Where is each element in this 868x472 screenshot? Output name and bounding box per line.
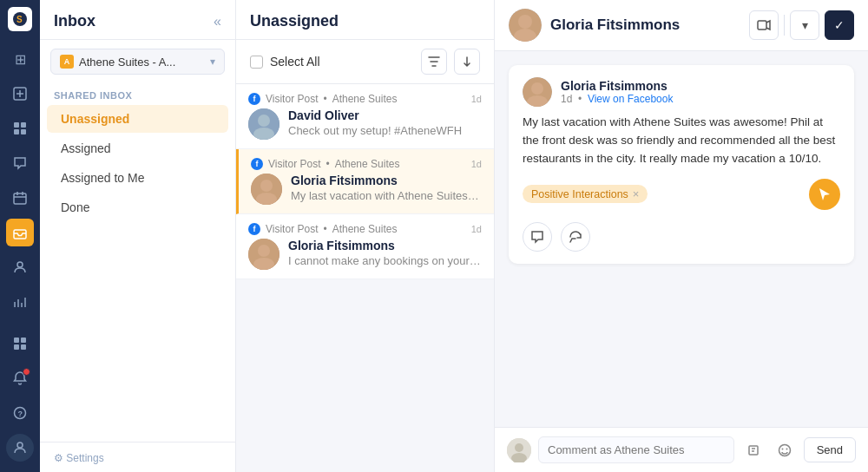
filter-button[interactable] bbox=[421, 49, 447, 75]
view-on-facebook-link[interactable]: View on Facebook bbox=[588, 93, 674, 105]
svg-point-9 bbox=[17, 262, 23, 267]
sidebar-item-unassigned[interactable]: Unassigned bbox=[47, 105, 228, 133]
facebook-icon: f bbox=[251, 158, 263, 170]
sidebar-account-selector[interactable]: A Athene Suites - A... ▾ bbox=[50, 49, 225, 75]
right-pane: Gloria Fitsimmons ▾ ✓ Gloria Fitsimmons … bbox=[495, 0, 868, 472]
conv-name: David Oliver bbox=[288, 108, 482, 122]
conv-meta: f Visitor Post • Athene Suites 1d bbox=[248, 93, 482, 105]
reply-icon[interactable] bbox=[561, 222, 590, 252]
svg-rect-29 bbox=[758, 21, 766, 30]
contact-avatar bbox=[509, 9, 542, 42]
help-icon[interactable]: ? bbox=[6, 399, 34, 427]
divider bbox=[784, 15, 785, 36]
label-button[interactable] bbox=[749, 10, 779, 40]
svg-rect-4 bbox=[21, 122, 26, 128]
sidebar-collapse-btn[interactable]: « bbox=[214, 14, 221, 30]
conv-preview: I cannot make any bookings on your site.… bbox=[288, 254, 482, 267]
conv-meta: f Visitor Post • Athene Suites 1d bbox=[248, 223, 482, 235]
grid-icon[interactable] bbox=[6, 330, 34, 357]
chevron-down-icon: ▾ bbox=[210, 56, 215, 68]
sidebar-item-assigned[interactable]: Assigned bbox=[47, 134, 228, 162]
conv-name: Gloria Fitsimmons bbox=[288, 239, 482, 252]
tag-remove-button[interactable]: × bbox=[633, 187, 640, 200]
account-name: Athene Suites - A... bbox=[79, 56, 205, 69]
contact-name: Gloria Fitsimmons bbox=[550, 16, 680, 34]
svg-rect-7 bbox=[14, 193, 26, 204]
conv-body: David Oliver Check out my setup! #Athene… bbox=[248, 108, 482, 140]
svg-rect-5 bbox=[14, 129, 19, 134]
compose-icon[interactable] bbox=[6, 80, 34, 108]
sidebar-item-assigned-to-me[interactable]: Assigned to Me bbox=[47, 164, 228, 192]
conv-source: Visitor Post bbox=[268, 158, 320, 170]
tag-label: Positive Interactions bbox=[531, 188, 628, 200]
sidebar-item-done[interactable]: Done bbox=[47, 193, 228, 221]
select-all-row: Select All bbox=[236, 40, 494, 84]
icon-bar: S ⊞ ? bbox=[0, 0, 40, 472]
comment-icon[interactable] bbox=[523, 222, 552, 252]
app-logo: S bbox=[8, 7, 32, 31]
dropdown-button[interactable]: ▾ bbox=[790, 10, 819, 40]
svg-rect-3 bbox=[14, 122, 19, 128]
dashboard-icon[interactable] bbox=[6, 115, 34, 142]
resolve-button[interactable]: ✓ bbox=[825, 10, 854, 40]
conv-text: David Oliver Check out my setup! #Athene… bbox=[288, 108, 482, 137]
conv-platform: Athene Suites bbox=[335, 158, 400, 170]
sort-button[interactable] bbox=[454, 49, 480, 75]
conv-body: Gloria Fitsimmons I cannot make any book… bbox=[248, 239, 482, 270]
message-meta: Gloria Fitsimmons 1d • View on Facebook bbox=[561, 79, 673, 105]
cursor-indicator bbox=[809, 179, 840, 210]
message-body: My last vacation with Athene Suites was … bbox=[523, 114, 840, 168]
calendar-icon[interactable] bbox=[6, 184, 34, 212]
conversations-list: f Visitor Post • Athene Suites 1d David … bbox=[236, 84, 494, 472]
chat-icon[interactable] bbox=[6, 149, 34, 177]
svg-text:S: S bbox=[16, 15, 23, 24]
sidebar: Inbox « A Athene Suites - A... ▾ SHARED … bbox=[40, 0, 236, 472]
tag-chip: Positive Interactions × bbox=[523, 185, 648, 203]
message-author: Gloria Fitsimmons bbox=[561, 79, 673, 93]
conv-platform: Athene Suites bbox=[332, 223, 398, 235]
user-avatar-icon[interactable] bbox=[6, 434, 34, 462]
svg-point-16 bbox=[17, 442, 23, 448]
middle-pane-title: Unassigned bbox=[250, 12, 339, 30]
svg-rect-8 bbox=[14, 230, 26, 239]
conv-meta: f Visitor Post • Athene Suites 1d bbox=[251, 158, 482, 170]
conv-time: 1d bbox=[471, 94, 482, 104]
svg-point-27 bbox=[518, 15, 532, 29]
settings-link[interactable]: ⚙ Settings bbox=[54, 452, 104, 464]
conversation-item[interactable]: f Visitor Post • Athene Suites 1d Gloria… bbox=[236, 214, 494, 279]
svg-point-18 bbox=[258, 115, 270, 127]
select-all-checkbox[interactable] bbox=[250, 56, 263, 69]
facebook-icon: f bbox=[248, 93, 260, 105]
message-card: Gloria Fitsimmons 1d • View on Facebook … bbox=[509, 65, 854, 264]
send-button[interactable]: Send bbox=[804, 437, 856, 462]
svg-rect-6 bbox=[21, 129, 26, 134]
action-icons-row bbox=[523, 222, 840, 252]
svg-rect-13 bbox=[21, 344, 26, 350]
reply-area: Send bbox=[495, 427, 868, 472]
avatar bbox=[248, 108, 279, 140]
conversation-item[interactable]: f Visitor Post • Athene Suites 1d David … bbox=[236, 84, 494, 149]
home-icon[interactable]: ⊞ bbox=[6, 45, 34, 73]
select-all-label[interactable]: Select All bbox=[270, 55, 414, 69]
reports-icon[interactable] bbox=[6, 288, 34, 316]
attachment-icon[interactable] bbox=[741, 438, 766, 462]
reply-avatar bbox=[507, 438, 531, 462]
sidebar-header: Inbox « bbox=[40, 0, 235, 40]
svg-point-39 bbox=[786, 448, 787, 449]
svg-point-21 bbox=[260, 180, 273, 192]
svg-rect-11 bbox=[21, 338, 26, 343]
right-content: Gloria Fitsimmons 1d • View on Facebook … bbox=[495, 51, 868, 427]
svg-point-34 bbox=[515, 443, 523, 452]
message-header: Gloria Fitsimmons 1d • View on Facebook bbox=[523, 77, 840, 107]
svg-rect-10 bbox=[14, 338, 19, 343]
reply-input[interactable] bbox=[538, 436, 734, 463]
conv-platform: Athene Suites bbox=[332, 93, 398, 105]
bell-icon[interactable] bbox=[6, 364, 34, 392]
conversation-item[interactable]: f Visitor Post • Athene Suites 1d Gloria… bbox=[236, 149, 494, 214]
right-header-left: Gloria Fitsimmons bbox=[509, 9, 680, 42]
svg-text:?: ? bbox=[18, 410, 23, 418]
avatar bbox=[251, 174, 282, 205]
emoji-icon[interactable] bbox=[773, 438, 797, 462]
contacts-icon[interactable] bbox=[6, 253, 34, 281]
inbox-nav-icon[interactable] bbox=[6, 219, 34, 246]
